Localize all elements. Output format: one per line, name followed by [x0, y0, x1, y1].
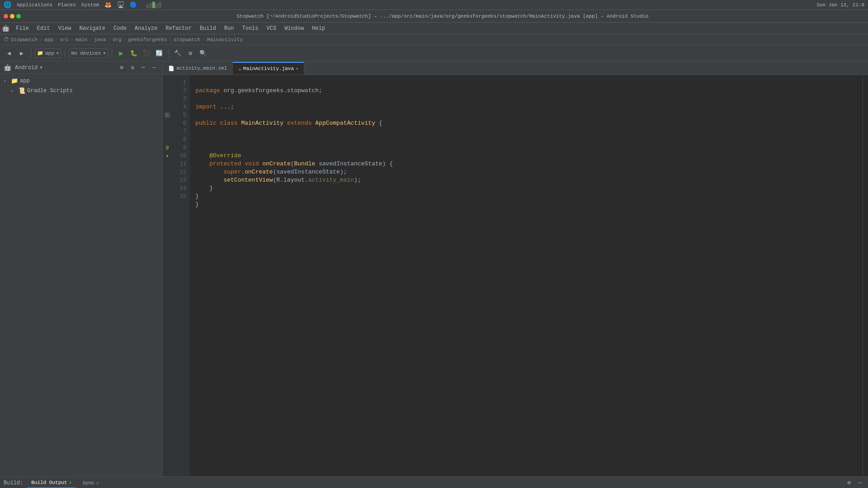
- tab-build-output-label: Build Output: [31, 480, 67, 485]
- line-num-11: 11: [172, 160, 190, 168]
- menu-code[interactable]: Code: [110, 24, 130, 33]
- breadcrumb-stopwatch[interactable]: Stopwatch: [11, 37, 38, 42]
- line-num-2: 2: [172, 87, 190, 95]
- menu-refactor[interactable]: Refactor: [162, 24, 195, 33]
- device-selector[interactable]: No devices ▾: [69, 48, 108, 58]
- line-num-1: 1: [172, 79, 190, 87]
- breadcrumb-icon: ⏱: [4, 36, 9, 43]
- android-view-dropdown[interactable]: Android ▾: [15, 64, 43, 71]
- settings-btn[interactable]: ⚙: [185, 48, 196, 59]
- project-name: app: [45, 51, 54, 56]
- sync-btn[interactable]: 🔄: [154, 48, 165, 59]
- menu-navigate[interactable]: Navigate: [75, 24, 109, 33]
- line-num-10: 10: [172, 152, 190, 160]
- panel-sort-icon[interactable]: ⇅: [128, 63, 137, 72]
- breadcrumb-src[interactable]: src: [60, 37, 69, 42]
- bottom-panel-icons: ⚙ ─: [844, 479, 864, 488]
- tab-mainactivity-java[interactable]: ☕ MainActivity.java ✕: [233, 62, 304, 75]
- project-selector[interactable]: 📁 app ▾: [35, 48, 61, 58]
- build-colon-label: Build:: [4, 480, 23, 486]
- menu-window[interactable]: Window: [281, 24, 307, 33]
- panel-gear-icon[interactable]: ⚙: [117, 63, 126, 72]
- breadcrumb-mainactivity[interactable]: MainActivity: [207, 37, 243, 42]
- breadcrumb-app[interactable]: app: [44, 37, 53, 42]
- java-file-icon: ☕: [238, 66, 241, 72]
- breadcrumb-org[interactable]: org: [113, 37, 122, 42]
- debug-btn[interactable]: 🐛: [128, 48, 139, 59]
- menu-bar: 🤖 File Edit View Navigate Code Analyze R…: [0, 23, 868, 34]
- os-time: Sun Jan 12, 21:0: [816, 2, 864, 8]
- breadcrumb-bar: ⏱ Stopwatch › app › src › main › java › …: [0, 34, 868, 45]
- menu-edit[interactable]: Edit: [33, 24, 54, 33]
- os-chrome-icon: 🔵: [130, 1, 137, 9]
- right-scroll-strip[interactable]: [863, 75, 868, 476]
- main-layout: 🤖 Android ▾ ⚙ ⇅ ⋯ ─ ▸ 📁 app ▸ 📜 Gradle S…: [0, 61, 868, 476]
- tab-activity-main-xml[interactable]: 📄 activity_main.xml: [163, 62, 233, 75]
- window-title: Stopwatch [~/AndroidStudioProjects/Stopw…: [21, 14, 864, 19]
- tl-green[interactable]: [16, 14, 21, 19]
- toolbar-sep4: [168, 49, 169, 58]
- tl-yellow[interactable]: [10, 14, 14, 19]
- tab-sync-close[interactable]: ✕: [96, 480, 99, 486]
- gradle-icon: 📜: [18, 87, 25, 94]
- tab-build-output[interactable]: Build Output ✕: [27, 478, 76, 488]
- menu-help[interactable]: Help: [308, 24, 329, 33]
- tab-sync[interactable]: Sync ✕: [78, 478, 103, 488]
- tab-close-java[interactable]: ✕: [296, 66, 298, 71]
- menu-tools[interactable]: Tools: [239, 24, 262, 33]
- breadcrumb-stopwatch2[interactable]: stopwatch: [174, 37, 200, 42]
- os-places-label[interactable]: Places: [58, 2, 76, 8]
- toolbar: ◀ ▶ 📁 app ▾ No devices ▾ ▶ 🐛 ⬛ 🔄 🔨 ⚙ 🔍: [0, 45, 868, 61]
- panel-icons: ⚙ ⇅ ⋯ ─: [117, 63, 159, 72]
- app-folder-icon: 📁: [11, 77, 18, 84]
- tree-item-app[interactable]: ▸ 📁 app: [0, 76, 162, 86]
- search-everywhere-btn[interactable]: 🔍: [198, 48, 208, 59]
- os-apps-label[interactable]: Applications: [17, 2, 52, 8]
- chevron-down-icon: ▾: [56, 50, 59, 56]
- tab-build-output-close[interactable]: ✕: [69, 480, 71, 485]
- line-num-14: 14: [172, 184, 190, 192]
- menu-run[interactable]: Run: [221, 24, 238, 33]
- android-chevron-icon: ▾: [39, 64, 42, 71]
- tl-red[interactable]: [4, 14, 8, 19]
- toolbar-back-btn[interactable]: ◀: [4, 48, 14, 59]
- android-studio-icon: 🤖: [2, 24, 9, 32]
- toolbar-forward-btn[interactable]: ▶: [16, 48, 27, 59]
- project-panel: 🤖 Android ▾ ⚙ ⇅ ⋯ ─ ▸ 📁 app ▸ 📜 Gradle S…: [0, 61, 163, 476]
- project-icon: 📁: [37, 50, 43, 56]
- editor-tabs: 📄 activity_main.xml ☕ MainActivity.java …: [163, 61, 868, 75]
- build-panel-gear-icon[interactable]: ⚙: [844, 479, 854, 488]
- editor-area: 📄 activity_main.xml ☕ MainActivity.java …: [163, 61, 868, 476]
- bottom-panel-tabs: Build: Build Output ✕ Sync ✕ ⚙ ─: [0, 477, 868, 488]
- device-chevron-icon: ▾: [103, 50, 106, 56]
- run-btn[interactable]: ▶: [116, 48, 127, 59]
- menu-build[interactable]: Build: [196, 24, 220, 33]
- gutter-markers: C @ ●: [163, 75, 172, 476]
- code-content[interactable]: package org.geeksforgeeks.stopwatch; imp…: [190, 75, 863, 476]
- os-firefox-icon: 🦊: [104, 1, 112, 9]
- bottom-panel: Build: Build Output ✕ Sync ✕ ⚙ ─ ▾ ✓ ▾ B…: [0, 476, 868, 488]
- menu-analyze[interactable]: Analyze: [131, 24, 161, 33]
- os-system-label[interactable]: System: [81, 2, 99, 8]
- build-btn[interactable]: 🔨: [172, 48, 183, 59]
- project-tree: ▸ 📁 app ▸ 📜 Gradle Scripts: [0, 74, 162, 476]
- stop-btn[interactable]: ⬛: [141, 48, 152, 59]
- menu-file[interactable]: File: [12, 24, 33, 33]
- project-panel-header: 🤖 Android ▾ ⚙ ⇅ ⋯ ─: [0, 61, 162, 74]
- breadcrumb-geeksforgeeks[interactable]: geeksforgeeks: [128, 37, 167, 42]
- tree-item-gradle[interactable]: ▸ 📜 Gradle Scripts: [0, 86, 162, 96]
- os-bar-right: Sun Jan 12, 21:0: [816, 2, 864, 8]
- xml-file-icon: 📄: [168, 66, 175, 71]
- panel-config-icon[interactable]: ⋯: [139, 63, 148, 72]
- line-num-12: 12: [172, 168, 190, 176]
- breadcrumb-main[interactable]: main: [75, 37, 87, 42]
- build-panel-minimize-icon[interactable]: ─: [855, 479, 864, 488]
- toolbar-sep1: [31, 49, 31, 58]
- menu-vcs[interactable]: VCS: [263, 24, 280, 33]
- tree-arrow-gradle: ▸: [11, 88, 16, 94]
- android-icon: 🤖: [4, 64, 11, 71]
- line-num-3: 3: [172, 95, 190, 103]
- panel-minimize-icon[interactable]: ─: [150, 63, 159, 72]
- breadcrumb-java[interactable]: java: [94, 37, 106, 42]
- menu-view[interactable]: View: [55, 24, 75, 33]
